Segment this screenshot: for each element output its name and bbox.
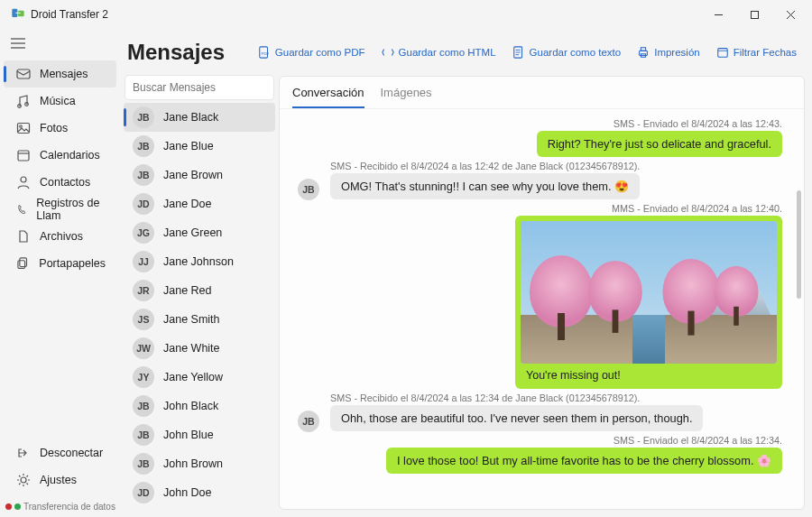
titlebar: Droid Transfer 2 [0,0,812,29]
contact-item[interactable]: JBJohn Black [124,392,275,420]
scrollbar[interactable] [797,190,801,299]
minimize-button[interactable] [700,2,736,27]
sidebar-item-contactos[interactable]: Contactos [4,169,116,196]
contact-item[interactable]: JSJane Smith [124,305,275,334]
contact-item[interactable]: JBJane Blue [124,132,275,161]
message-row: SMS - Enviado el 8/4/2024 a las 12:43.Ri… [291,118,782,157]
status-dot-red [5,503,12,510]
contact-name: Jane Green [163,226,222,239]
svg-rect-18 [18,261,25,269]
message-bubble[interactable]: Ohh, those are beautiful too. I've never… [330,405,703,431]
avatar: JR [133,280,154,301]
tab-conversation[interactable]: Conversación [292,86,364,108]
contact-name: Jane Johnson [163,255,234,268]
sidebar-item-archivos[interactable]: Archivos [4,223,116,250]
avatar: JB [133,164,154,186]
message-bubble[interactable]: OMG! That's stunning!! I can see why you… [330,173,640,199]
message-row: SMS - Enviado el 8/4/2024 a las 12:34.I … [291,435,782,474]
svg-rect-9 [17,69,30,78]
contact-item[interactable]: JBJane Black [124,103,275,132]
sidebar-item-label: Mensajes [40,68,88,80]
contact-name: Jane Doe [163,198,212,210]
contact-item[interactable]: JRJane Red [124,276,275,305]
contact-name: John Blue [163,429,214,441]
close-button[interactable] [772,2,808,27]
contact-name: Jane Yellow [163,371,223,383]
mms-bubble[interactable]: You're missing out! [515,216,782,389]
sidebar-item-música[interactable]: Música [4,88,116,115]
sidebar: MensajesMúsicaFotosCalendariosContactosR… [0,29,120,517]
svg-rect-14 [18,151,29,161]
contact-item[interactable]: JBJohn Blue [124,420,275,449]
contact-item[interactable]: JWJane White [124,334,275,363]
svg-text:PDF: PDF [261,51,269,56]
sidebar-item-registros-de-llam[interactable]: Registros de Llam [4,196,116,223]
sidebar-item-desconectar[interactable]: Desconectar [4,439,116,466]
sidebar-item-portapapeles[interactable]: Portapapeles [4,250,116,277]
sidebar-item-label: Registros de Llam [36,197,106,222]
html-icon [382,46,394,59]
avatar: JS [133,309,154,330]
status-text: Transferencia de datos [23,502,115,512]
avatar: JB [298,411,319,432]
avatar: JJ [133,251,154,272]
sidebar-item-label: Música [40,95,76,107]
sidebar-item-fotos[interactable]: Fotos [4,115,116,142]
contacts-panel: JBJane BlackJBJane BlueJBJane BrownJDJan… [120,76,279,510]
sidebar-item-label: Archivos [40,230,83,243]
contact-item[interactable]: JBJane Brown [124,161,275,189]
contact-item[interactable]: JDJane Doe [124,189,275,218]
save-text-button[interactable]: Guardar como texto [506,42,628,62]
contact-name: Jane White [163,342,220,355]
nav-icon [16,148,31,162]
avatar: JB [133,106,154,128]
print-button[interactable]: Impresión [631,42,706,62]
nav-icon [16,175,31,189]
avatar: JB [133,395,154,417]
sidebar-item-mensajes[interactable]: Mensajes [4,60,116,88]
svg-point-13 [20,125,23,128]
contact-item[interactable]: JJJane Johnson [124,247,275,276]
pdf-icon: PDF [258,46,271,59]
calendar-icon [716,46,729,59]
avatar: JG [133,222,154,244]
contact-item[interactable]: JGJane Green [124,218,275,247]
nav-icon [16,446,31,460]
contact-name: Jane Red [163,284,212,297]
app-icon [11,6,25,23]
contact-name: Jane Smith [163,313,220,326]
maximize-button[interactable] [736,2,772,27]
conversation-panel: Conversación Imágenes SMS - Enviado el 8… [279,76,805,510]
contact-item[interactable]: JDJohn Doe [124,478,275,507]
tab-images[interactable]: Imágenes [381,86,432,108]
svg-point-19 [21,477,26,483]
text-icon [512,46,525,59]
contact-item[interactable]: JGJohn Green [124,507,275,510]
menu-toggle-button[interactable] [0,32,120,60]
nav-icon [16,94,31,108]
avatar: JD [133,482,154,503]
message-bubble[interactable]: I love those too! But my all-time favori… [386,448,782,474]
sidebar-item-ajustes[interactable]: Ajustes [4,466,116,494]
save-html-button[interactable]: Guardar como HTML [375,42,503,62]
sidebar-item-label: Portapapeles [39,257,106,270]
sidebar-item-calendarios[interactable]: Calendarios [4,142,116,169]
contact-item[interactable]: JYJane Yellow [124,363,275,392]
svg-rect-3 [751,11,758,18]
sidebar-item-label: Fotos [40,122,68,134]
nav-icon [16,256,30,271]
message-bubble[interactable]: Right? They're just so delicate and grac… [537,131,782,157]
mms-image[interactable] [521,221,777,364]
filter-dates-button[interactable]: Filtrar Fechas [710,42,803,62]
avatar: JY [133,366,154,388]
contact-name: Jane Black [163,111,218,124]
nav-icon [16,473,31,487]
status-dot-green [14,503,21,510]
contact-item[interactable]: JBJohn Brown [124,449,275,478]
toolbar: PDFGuardar como PDF Guardar como HTML Gu… [252,42,803,62]
search-input[interactable] [125,76,273,99]
save-pdf-button[interactable]: PDFGuardar como PDF [252,42,372,62]
avatar: JB [298,179,319,200]
svg-rect-27 [641,48,646,51]
message-row: SMS - Recibido el 8/4/2024 a las 12:42 d… [330,161,782,199]
